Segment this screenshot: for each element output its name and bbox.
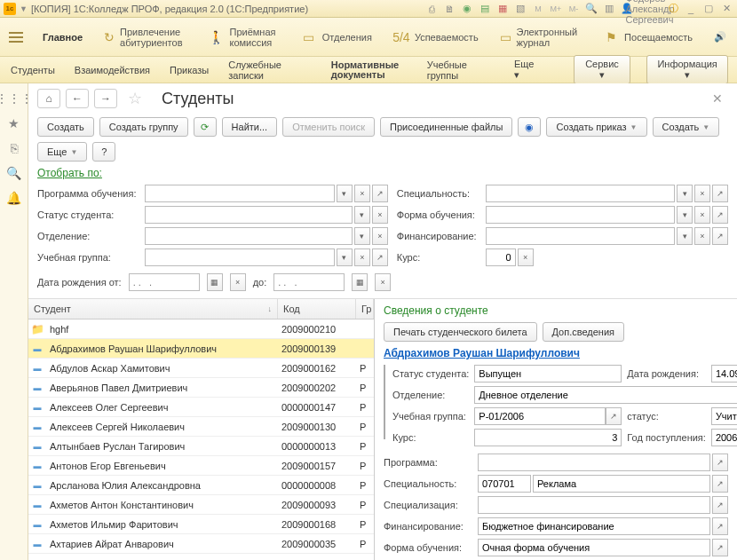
open-icon[interactable]: ↗ — [712, 185, 728, 202]
info-icon[interactable]: ⓘ — [666, 2, 680, 16]
nav-sound-icon[interactable]: 🔊 — [703, 18, 737, 56]
subnav-orders[interactable]: Приказы — [168, 61, 210, 79]
spec-code-value[interactable] — [478, 475, 531, 493]
maximize-icon[interactable]: ▢ — [701, 2, 716, 16]
table-row[interactable]: ▬Алтынбаев Руслан Тагирович0000000013Р — [28, 437, 374, 456]
subnav-interactions[interactable]: Взаимодействия — [73, 61, 152, 79]
clear-icon[interactable]: × — [375, 273, 391, 291]
dept-value[interactable] — [474, 386, 737, 404]
nav-attendance[interactable]: ⚑Посещаемость — [592, 18, 703, 56]
create-order-button[interactable]: Создать приказ▼ — [546, 117, 646, 137]
drop-icon[interactable]: ▾ — [677, 227, 693, 245]
open-icon[interactable]: ↗ — [712, 454, 728, 471]
table-row[interactable]: ▬Алексеев Олег Сергеевич0000000147Р — [28, 398, 374, 417]
table-row[interactable]: ▬Абдулов Аскар Хамитович2009000162Р — [28, 359, 374, 378]
drop-icon[interactable]: ▾ — [354, 227, 370, 245]
table-row[interactable]: ▬Аверьянов Павел Дмитриевич2009000202Р — [28, 378, 374, 398]
subnav-more[interactable]: Еще ▾ — [512, 55, 542, 84]
drop-icon[interactable]: ▾ — [337, 248, 353, 266]
help-button[interactable]: ? — [92, 142, 115, 162]
table-row[interactable]: ▬Абдрахимов Раушан Шарифуллович200900013… — [28, 339, 374, 359]
home-button[interactable]: ⌂ — [37, 89, 60, 108]
form-value[interactable] — [478, 539, 710, 556]
m-plus-icon[interactable]: M+ — [549, 2, 563, 16]
m-icon[interactable]: M- — [567, 2, 581, 16]
clear-icon[interactable]: × — [372, 206, 388, 224]
status-input[interactable] — [145, 206, 352, 224]
dob-value[interactable] — [711, 365, 737, 383]
calendar-icon[interactable]: ▦ — [495, 2, 510, 16]
table-row[interactable]: ▬Ахтариев Айрат Анварович2009000035Р — [28, 534, 374, 554]
drop-icon[interactable]: ▾ — [677, 185, 693, 202]
open-icon[interactable]: ↗ — [372, 185, 388, 202]
close-icon[interactable]: ✕ — [719, 2, 733, 16]
subnav-students[interactable]: Студенты — [9, 61, 57, 79]
clear-icon[interactable]: × — [694, 227, 710, 245]
open-icon[interactable]: ↗ — [712, 227, 728, 245]
finance-input[interactable] — [486, 227, 675, 245]
apps-icon[interactable]: ⋮⋮⋮ — [6, 91, 22, 106]
back-button[interactable]: ← — [66, 89, 89, 108]
drop-icon[interactable]: ▾ — [337, 185, 353, 202]
group-value[interactable] — [474, 407, 606, 425]
fin-value[interactable] — [478, 517, 710, 535]
clear-icon[interactable]: × — [372, 227, 388, 245]
calendar-icon[interactable]: ▦ — [352, 273, 368, 291]
sheet-icon[interactable]: ▤ — [478, 2, 492, 16]
table-row[interactable]: ▬Алексеев Сергей Николаевич2009000130Р — [28, 417, 374, 437]
clear-icon[interactable]: × — [230, 273, 246, 291]
drop-icon[interactable]: ▾ — [677, 206, 693, 224]
table-row[interactable]: ▬Антонов Егор Евгеньевич2009000157Р — [28, 456, 374, 476]
open-icon[interactable]: ↗ — [712, 475, 728, 493]
group-input[interactable] — [145, 248, 334, 266]
open-icon[interactable]: ↗ — [712, 517, 728, 535]
course-input[interactable] — [486, 248, 516, 266]
nav-journal[interactable]: ▭Электронный журнал — [489, 18, 593, 56]
status-value[interactable] — [474, 365, 622, 383]
info-button[interactable]: Информация ▾ — [646, 55, 728, 84]
calc-icon[interactable]: ▧ — [513, 2, 527, 16]
open-icon[interactable]: ↗ — [372, 248, 388, 266]
col-student[interactable]: Студент↓ — [28, 299, 278, 319]
fav-icon[interactable]: ☆ — [128, 89, 142, 108]
status2-value[interactable] — [711, 407, 737, 425]
program-value[interactable] — [478, 454, 710, 471]
print-card-button[interactable]: Печать студенческого билета — [384, 322, 537, 342]
drop-icon[interactable]: ▾ — [354, 206, 370, 224]
speciality-input[interactable] — [486, 185, 675, 202]
dob-to-input[interactable] — [273, 273, 345, 291]
create-dropdown-button[interactable]: Создать▼ — [653, 117, 720, 137]
spec-value[interactable] — [533, 475, 710, 493]
table-row[interactable]: ▬Арсланова Юлия Александровна0000000008Р — [28, 476, 374, 495]
clear-icon[interactable]: × — [694, 185, 710, 202]
subnav-notes[interactable]: Служебные записки — [226, 56, 313, 84]
extra-info-button[interactable]: Доп.сведения — [543, 322, 625, 342]
clear-icon[interactable]: × — [518, 248, 534, 266]
clear-icon[interactable]: × — [354, 185, 370, 202]
more-button[interactable]: Еще▼ — [37, 142, 87, 162]
copy-icon[interactable]: ⎘ — [6, 140, 22, 156]
subnav-groups[interactable]: Учебные группы — [425, 56, 496, 84]
year-value[interactable] — [711, 429, 737, 446]
nav-enrollment[interactable]: ↻Привлечение абитуриентов — [93, 18, 198, 56]
time-icon[interactable]: ▥ — [602, 2, 616, 16]
open-icon[interactable]: ↗ — [606, 407, 622, 425]
doc-icon[interactable]: 🗎 — [442, 2, 456, 16]
col-code[interactable]: Код — [278, 299, 356, 319]
open-icon[interactable]: ↗ — [712, 206, 728, 224]
nav-main[interactable]: Главное — [32, 18, 93, 56]
dob-from-input[interactable] — [129, 273, 200, 291]
find-button[interactable]: Найти... — [222, 117, 278, 137]
subnav-docs[interactable]: Нормативные документы — [329, 57, 409, 83]
close-page-icon[interactable]: ✕ — [707, 91, 728, 106]
service-button[interactable]: Сервис ▾ — [574, 55, 631, 84]
search-icon[interactable]: 🔍 — [6, 165, 22, 181]
create-button[interactable]: Создать — [37, 117, 94, 137]
clear-icon[interactable]: × — [354, 248, 370, 266]
window-drop-icon[interactable]: ▼ — [20, 4, 28, 13]
filter-link[interactable]: Отобрать по: — [37, 167, 102, 179]
zoom-icon[interactable]: 🔍 — [584, 2, 598, 16]
m-minus-icon[interactable]: M — [531, 2, 545, 16]
attached-files-button[interactable]: Присоединенные файлы — [380, 117, 512, 137]
minimize-icon[interactable]: _ — [684, 2, 698, 16]
